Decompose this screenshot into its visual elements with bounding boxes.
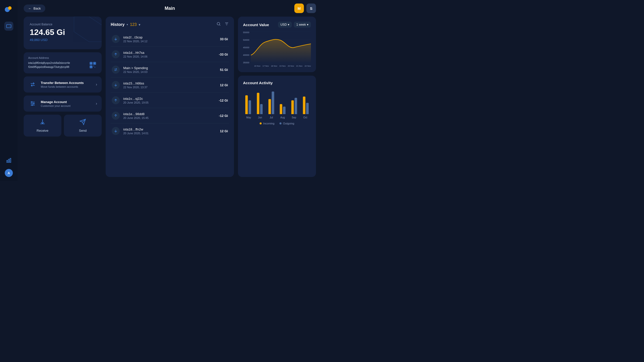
tx-address: iota1e…98dd8 (123, 112, 215, 116)
history-item[interactable]: iota18…ffn2w 20 June 2020, 14:01 12 Gi (111, 123, 229, 139)
period-dropdown[interactable]: 1 week ▾ (294, 22, 311, 28)
transfer-action-card[interactable]: Transfer Between Accounts Move funds bet… (24, 76, 102, 93)
search-icon[interactable] (216, 22, 221, 27)
tx-info: iota1d…hh7sa 22 Nov 2020, 14:06 (123, 51, 215, 58)
sidebar-item-charts[interactable] (4, 156, 13, 165)
x-label-1: 17 Nov (262, 65, 269, 67)
manage-action-card[interactable]: Manage Account Customize your account › (24, 96, 102, 112)
tx-date: 20 June 2020, 15:45 (123, 116, 215, 119)
bar-incoming (268, 99, 271, 114)
account-value-card: Account Value USD ▾ 1 week ▾ (238, 17, 316, 72)
bar-group (291, 98, 297, 114)
main-content: ← Back Main M S Account Balance 124.65 G… (18, 0, 322, 181)
currency-chevron-icon: ▾ (288, 23, 289, 26)
address-label: Account Address (28, 56, 97, 59)
sidebar-bottom: A (4, 156, 13, 177)
line-chart-svg (251, 31, 311, 64)
send-icon (79, 119, 86, 127)
tx-address: iota1f…t3cop (123, 35, 216, 39)
tx-date: 20 June 2020, 14:01 (123, 132, 216, 135)
currency-label: USD (280, 23, 287, 26)
filter-icon[interactable] (224, 22, 229, 27)
svg-rect-11 (91, 66, 92, 68)
address-card: Account Address iota1q9f0mlq8yxpx2nck8a0… (24, 52, 102, 73)
receive-icon (39, 119, 46, 127)
legend-incoming: Incoming (260, 122, 274, 125)
tx-type-icon (112, 127, 120, 135)
x-label-4: 20 Nov (288, 65, 294, 67)
y-label-50000: 50000 (243, 39, 249, 41)
bar-x-aug: Aug (279, 116, 287, 119)
tx-date: 22 Nov 2020, 14:03 (123, 70, 216, 73)
history-list: iota1f…t3cop 22 Nov 2020, 14:12 33 Gi io… (111, 31, 229, 139)
tx-amount: 12 Gi (220, 83, 228, 87)
topbar: ← Back Main M S (18, 0, 322, 17)
tx-type-icon (112, 112, 120, 120)
bar-x-jun: Jun (256, 116, 264, 119)
tx-address: iota1d…hh7sa (123, 51, 215, 55)
page-title: Main (49, 6, 290, 11)
balance-bg-decoration (69, 17, 102, 45)
history-chevron-icon[interactable]: ▾ (139, 23, 140, 27)
transfer-icon (28, 80, 37, 89)
send-button[interactable]: Send (64, 115, 102, 137)
history-item[interactable]: iota15…h66ss 22 Nov 2020, 13:37 12 Gi (111, 77, 229, 93)
chart-title: Account Value (243, 23, 269, 27)
tx-type-icon (112, 66, 120, 74)
history-item[interactable]: iota1v…sj22c 20 June 2020, 19:05 -12 Gi (111, 93, 229, 108)
sidebar-avatar-a[interactable]: A (5, 169, 13, 177)
tx-amount: 51 Gi (220, 68, 228, 72)
tx-type-icon (112, 35, 120, 43)
account-activity-card: Account Activity May Jun Ju (238, 76, 316, 177)
bar-chart (243, 89, 311, 114)
tx-info: iota1e…98dd8 20 June 2020, 15:45 (123, 112, 215, 119)
avatar-m[interactable]: M (294, 4, 304, 13)
tx-amount: -33 Gi (219, 53, 228, 56)
bar-outgoing (272, 92, 274, 114)
tx-date: 22 Nov 2020, 14:12 (123, 40, 216, 43)
tx-info: iota1v…sj22c 20 June 2020, 19:05 (123, 97, 215, 104)
bar-outgoing (249, 100, 251, 114)
legend-outgoing: Outgoing (279, 122, 294, 125)
avatar-s[interactable]: S (306, 4, 316, 13)
bar-incoming (291, 100, 294, 114)
legend-incoming-label: Incoming (263, 122, 274, 125)
history-item[interactable]: iota1f…t3cop 22 Nov 2020, 14:12 33 Gi (111, 31, 229, 47)
bar-group (245, 95, 251, 114)
chart-legend: Incoming Outgoing (243, 122, 311, 125)
svg-point-18 (217, 22, 220, 25)
left-column: Account Balance 124.65 Gi 49,860 USD Acc… (24, 17, 102, 177)
tx-amount: 33 Gi (220, 37, 228, 41)
transfer-subtitle: Move funds between accounts (41, 85, 92, 88)
app-logo[interactable] (4, 4, 14, 14)
receive-button[interactable]: Receive (24, 115, 61, 137)
qr-code-icon[interactable] (89, 61, 97, 69)
manage-title: Manage Account (41, 100, 92, 104)
period-label: 1 week (296, 23, 306, 26)
bar-incoming (245, 95, 248, 114)
bar-x-labels: May Jun Jul Aug Sep Oct (243, 116, 311, 119)
tx-type-icon (112, 50, 120, 58)
svg-rect-2 (7, 25, 11, 28)
history-item[interactable]: Main > Spending 22 Nov 2020, 14:03 51 Gi (111, 62, 229, 77)
tx-info: Main > Spending 22 Nov 2020, 14:03 (123, 66, 216, 73)
receive-label: Receive (37, 129, 49, 132)
chart-controls: USD ▾ 1 week ▾ (278, 22, 311, 28)
tx-address: iota15…h66ss (123, 81, 216, 85)
svg-rect-5 (10, 158, 11, 163)
sidebar-item-wallet[interactable] (4, 22, 13, 31)
svg-rect-10 (94, 63, 95, 64)
back-arrow-icon: ← (28, 7, 31, 10)
svg-rect-9 (91, 63, 92, 64)
history-item[interactable]: iota1e…98dd8 20 June 2020, 15:45 -12 Gi (111, 108, 229, 123)
history-card: History • 123 ▾ (106, 17, 234, 177)
back-button[interactable]: ← Back (24, 5, 45, 12)
bar-x-jul: Jul (268, 116, 275, 119)
manage-icon (28, 99, 37, 108)
x-labels: 16 Nov 17 Nov 18 Nov 19 Nov 20 Nov 21 No… (243, 65, 311, 67)
currency-dropdown[interactable]: USD ▾ (278, 22, 292, 28)
bar-x-may: May (245, 116, 253, 119)
history-count: 123 (130, 22, 137, 27)
tx-address: iota18…ffn2w (123, 127, 216, 131)
history-item[interactable]: iota1d…hh7sa 22 Nov 2020, 14:06 -33 Gi (111, 47, 229, 62)
